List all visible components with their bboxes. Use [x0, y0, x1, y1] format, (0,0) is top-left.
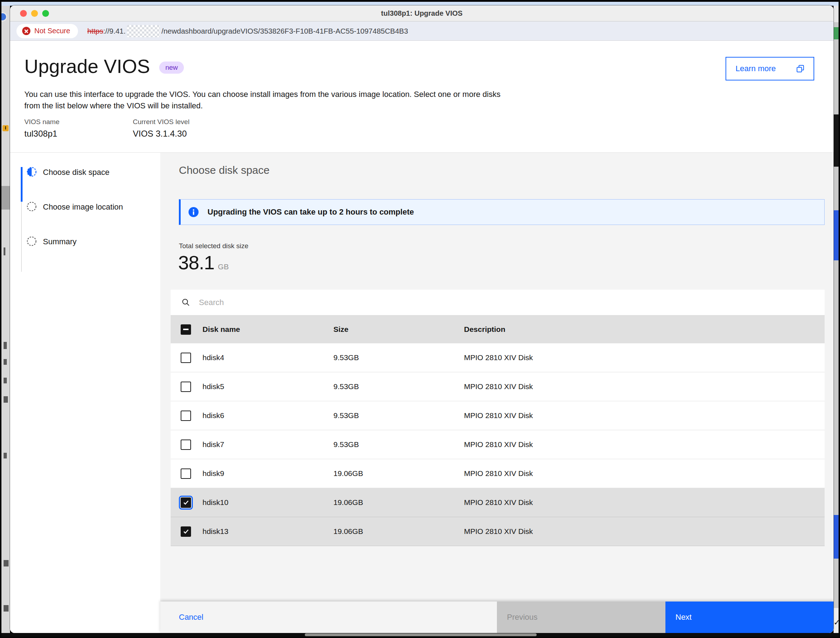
url-path: /newdashboard/upgradeVIOS/353826F3-F10B-… — [161, 27, 408, 35]
disk-size-cell: 19.06GB — [334, 527, 464, 536]
column-header-disk-name[interactable]: Disk name — [202, 325, 334, 334]
disk-description-cell: MPIO 2810 XIV Disk — [464, 382, 825, 391]
disk-description-cell: MPIO 2810 XIV Disk — [464, 353, 825, 362]
total-size: 38.1 GB — [178, 251, 229, 273]
progress-steps-sidebar: Choose disk space Choose image location … — [10, 153, 160, 633]
warning-icon — [3, 125, 9, 131]
table-row[interactable]: hdisk7 9.53GB MPIO 2810 XIV Disk — [171, 430, 825, 459]
table-row[interactable]: hdisk4 9.53GB MPIO 2810 XIV Disk — [171, 343, 825, 372]
column-header-size[interactable]: Size — [334, 325, 464, 334]
disk-name-cell: hdisk6 — [202, 411, 334, 420]
cancel-button[interactable]: Cancel — [179, 602, 203, 633]
not-secure-icon — [22, 27, 30, 35]
url-redacted-block — [127, 25, 160, 37]
disk-size-cell: 19.06GB — [334, 498, 464, 507]
total-size-label: Total selected disk size — [179, 242, 248, 250]
disk-size-cell: 19.06GB — [334, 469, 464, 478]
table-header-row: Disk name Size Description — [171, 316, 825, 343]
window-titlebar: tul308p1: Upgrade VIOS — [10, 5, 834, 22]
step-pending-icon — [27, 201, 37, 212]
table-row[interactable]: hdisk10 19.06GB MPIO 2810 XIV Disk — [171, 488, 825, 517]
url-text[interactable]: https://9.41./newdashboard/upgradeVIOS/3… — [87, 25, 408, 37]
disk-name-cell: hdisk4 — [202, 353, 334, 362]
table-row[interactable]: hdisk6 9.53GB MPIO 2810 XIV Disk — [171, 401, 825, 430]
total-size-unit: GB — [218, 262, 229, 271]
url-host: ://9.41. — [103, 27, 126, 35]
choose-disk-space-pane: Choose disk space Upgrading the VIOS can… — [160, 153, 834, 633]
disk-name-cell: hdisk10 — [202, 498, 334, 507]
step-choose-image-location[interactable]: Choose image location — [10, 202, 160, 236]
background-app-icon — [2, 12, 7, 22]
step-summary[interactable]: Summary — [10, 236, 160, 271]
previous-button[interactable]: Previous — [497, 602, 665, 633]
info-notification: Upgrading the VIOS can take up to 2 hour… — [179, 199, 825, 225]
launch-icon — [796, 64, 805, 73]
disk-name-cell: hdisk7 — [202, 440, 334, 449]
info-icon — [188, 207, 199, 217]
page-header: Upgrade VIOS new Learn more You can use … — [10, 41, 834, 152]
browser-url-bar[interactable]: Not Secure https://9.41./newdashboard/up… — [10, 22, 834, 41]
table-row[interactable]: hdisk5 9.53GB MPIO 2810 XIV Disk — [171, 372, 825, 401]
step-choose-disk-space[interactable]: Choose disk space — [10, 167, 160, 202]
vios-level-label: Current VIOS level — [133, 118, 189, 126]
step-current-icon — [27, 167, 37, 177]
row-checkbox[interactable] — [181, 469, 191, 479]
check-icon — [183, 499, 189, 506]
disk-table-body: hdisk4 9.53GB MPIO 2810 XIV Disk hdisk5 … — [171, 343, 825, 546]
search-input[interactable] — [199, 298, 825, 307]
disk-size-cell: 9.53GB — [334, 382, 464, 391]
select-all-checkbox[interactable] — [181, 324, 191, 335]
vios-name-label: VIOS name — [24, 118, 59, 126]
disk-size-cell: 9.53GB — [334, 440, 464, 449]
pane-heading: Choose disk space — [179, 164, 269, 176]
learn-more-button[interactable]: Learn more — [726, 57, 814, 81]
row-checkbox[interactable] — [181, 439, 191, 450]
wizard-footer: Cancel Previous Next — [160, 602, 834, 633]
browser-window: tul308p1: Upgrade VIOS Not Secure https:… — [10, 5, 834, 633]
disk-description-cell: MPIO 2810 XIV Disk — [464, 498, 825, 507]
background-check-fragment: ✓ — [834, 608, 838, 633]
table-row[interactable]: hdisk9 19.06GB MPIO 2810 XIV Disk — [171, 459, 825, 488]
background-blue-fragment — [834, 210, 838, 261]
row-checkbox[interactable] — [181, 353, 191, 363]
vios-name-value: tul308p1 — [24, 129, 59, 139]
row-checkbox[interactable] — [181, 382, 191, 392]
vios-level-value: VIOS 3.1.4.30 — [133, 129, 189, 139]
window-title: tul308p1: Upgrade VIOS — [10, 5, 834, 22]
step-pending-icon — [27, 236, 37, 246]
row-checkbox[interactable] — [181, 526, 191, 537]
new-badge: new — [159, 62, 184, 74]
check-icon — [183, 528, 189, 535]
background-window-right-sliver: ✓ — [834, 6, 838, 633]
row-checkbox[interactable] — [181, 411, 191, 421]
horizontal-scrollbar-thumb[interactable] — [305, 633, 536, 636]
disk-description-cell: MPIO 2810 XIV Disk — [464, 469, 825, 478]
disk-description-cell: MPIO 2810 XIV Disk — [464, 411, 825, 420]
table-search-bar[interactable] — [171, 290, 825, 316]
not-secure-label: Not Secure — [34, 27, 70, 35]
table-row[interactable]: hdisk13 19.06GB MPIO 2810 XIV Disk — [171, 517, 825, 546]
vios-meta: VIOS name tul308p1 Current VIOS level VI… — [24, 118, 190, 139]
disk-description-cell: MPIO 2810 XIV Disk — [464, 440, 825, 449]
background-green-fragment — [834, 27, 838, 39]
notification-text: Upgrading the VIOS can take up to 2 hour… — [207, 207, 414, 217]
disk-name-cell: hdisk13 — [202, 527, 334, 536]
disk-name-cell: hdisk5 — [202, 382, 334, 391]
column-header-description[interactable]: Description — [464, 325, 825, 334]
upgrade-vios-page: Upgrade VIOS new Learn more You can use … — [10, 41, 834, 633]
url-protocol: https — [87, 27, 103, 35]
total-size-value: 38.1 — [178, 251, 214, 273]
background-window-left-sliver — [2, 6, 10, 633]
disk-size-cell: 9.53GB — [334, 411, 464, 420]
not-secure-chip[interactable]: Not Secure — [16, 24, 78, 38]
next-button[interactable]: Next — [665, 602, 834, 633]
disk-size-cell: 9.53GB — [334, 353, 464, 362]
window-bottom-edge — [2, 633, 838, 636]
disk-description-cell: MPIO 2810 XIV Disk — [464, 527, 825, 536]
disk-name-cell: hdisk9 — [202, 469, 334, 478]
page-title: Upgrade VIOS — [24, 55, 150, 77]
disk-table: Disk name Size Description hdisk4 9.53GB… — [171, 290, 825, 546]
page-description: You can use this interface to upgrade th… — [24, 89, 506, 112]
row-checkbox[interactable] — [181, 497, 191, 508]
search-icon — [181, 298, 190, 307]
